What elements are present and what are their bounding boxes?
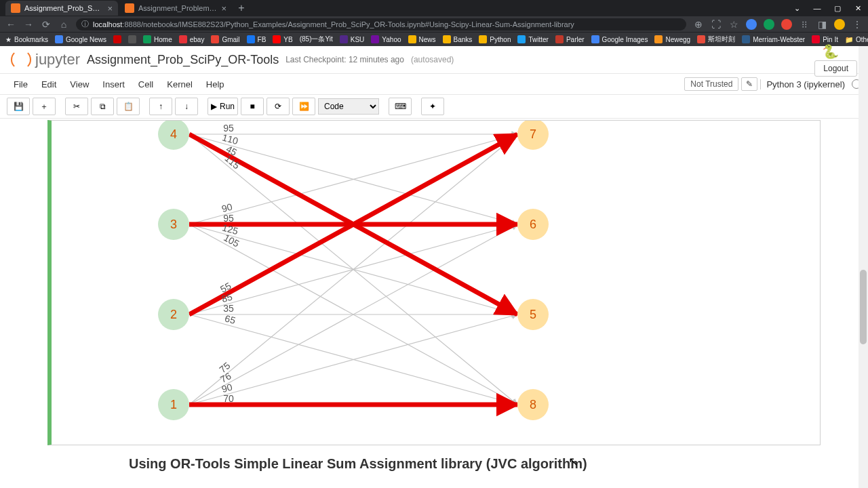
menu-edit[interactable]: Edit	[35, 79, 63, 89]
maximize-icon[interactable]: ▢	[827, 0, 848, 16]
svg-text:5: 5	[530, 308, 536, 321]
bookmark[interactable]: Newegg	[654, 35, 690, 43]
scrollbar-thumb[interactable]	[860, 270, 867, 344]
new-tab-button[interactable]: +	[233, 2, 250, 14]
cut-button[interactable]: ✂	[65, 98, 88, 115]
toolbar: 💾 ＋ ✂ ⧉ 📋 ↑ ↓ ▶Run ■ ⟳ ⏩ Code ⌨ ✦	[0, 95, 868, 119]
fast-forward-button[interactable]: ⏩	[292, 98, 315, 115]
notebook-name[interactable]: Assignment_Prob_SciPy_OR-Tools	[87, 53, 279, 67]
forward-icon[interactable]: →	[23, 19, 34, 30]
bookmark[interactable]: (85)一条Yit	[300, 35, 333, 44]
close-icon[interactable]: ×	[107, 3, 113, 14]
command-palette-button[interactable]: ⌨	[389, 98, 412, 115]
restart-button[interactable]: ⟳	[267, 98, 290, 115]
header-right: 🐍 Logout	[814, 43, 857, 77]
page-scrollbar[interactable]	[859, 46, 868, 488]
stop-button[interactable]: ■	[241, 98, 264, 115]
menu-icon[interactable]: ⋮	[852, 19, 863, 30]
tab-0[interactable]: Assignment_Prob_SciPy_OR-Too… ×	[5, 1, 118, 16]
bookmark[interactable]: ★Bookmarks	[5, 36, 48, 43]
bookmark[interactable]: Twitter	[517, 35, 548, 43]
bookmark[interactable]: KSU	[340, 35, 365, 43]
jupyter-logo[interactable]: jupyter	[11, 49, 80, 70]
url-bar[interactable]: ⓘ localhost :8888/notebooks/IMSE882S23/P…	[76, 18, 686, 30]
svg-text:70: 70	[223, 393, 234, 404]
notebook-container[interactable]: 9511045115909512510555853565757690704321…	[0, 119, 868, 488]
variable-inspector-button[interactable]: ✦	[421, 98, 444, 115]
jupyter-header: jupyter Assignment_Prob_SciPy_OR-Tools L…	[0, 46, 868, 74]
bookmark[interactable]: Python	[479, 35, 511, 43]
menu-kernel[interactable]: Kernel	[160, 79, 199, 89]
jupyter-favicon	[11, 3, 20, 13]
nav-bar: ← → ⟳ ⌂ ⓘ localhost :8888/notebooks/IMSE…	[0, 16, 868, 32]
menu-view[interactable]: View	[63, 79, 96, 89]
bookmark[interactable]: 斯坦时刻	[697, 35, 735, 44]
url-host: localhost	[93, 20, 122, 28]
cell-type-select[interactable]: Code	[318, 98, 379, 115]
bookmark[interactable]: Google News	[55, 35, 106, 43]
svg-text:4: 4	[170, 127, 177, 141]
autosaved-label: (autosaved)	[411, 55, 454, 64]
translate-icon[interactable]: ⛶	[711, 19, 722, 30]
browser-chrome: Assignment_Prob_SciPy_OR-Too… × Assignme…	[0, 0, 868, 46]
back-icon[interactable]: ←	[5, 19, 16, 30]
ext-icon[interactable]	[764, 19, 774, 30]
ext-icon[interactable]	[781, 19, 792, 30]
svg-text:2: 2	[170, 308, 177, 321]
svg-text:3: 3	[170, 218, 177, 231]
bookmark[interactable]: Gmail	[211, 35, 239, 43]
bookmark[interactable]	[113, 35, 121, 43]
tab-0-title: Assignment_Prob_SciPy_OR-Too…	[24, 4, 103, 12]
close-icon[interactable]: ×	[221, 3, 226, 14]
move-down-button[interactable]: ↓	[175, 98, 198, 115]
star-icon[interactable]: ☆	[728, 19, 739, 30]
bookmark[interactable]	[128, 35, 136, 43]
home-icon[interactable]: ⌂	[58, 19, 69, 30]
site-info-icon[interactable]: ⓘ	[81, 19, 89, 29]
paste-button[interactable]: 📋	[117, 98, 140, 115]
profile-icon[interactable]	[834, 19, 845, 30]
bookmark[interactable]: YB	[273, 35, 292, 43]
trust-button[interactable]: Not Trusted	[684, 77, 738, 91]
bookmark[interactable]: Banks	[443, 35, 473, 43]
bookmark[interactable]: Home	[143, 35, 172, 43]
tab-1-title: Assignment_Problem-Hungarian	[138, 4, 217, 12]
insert-cell-button[interactable]: ＋	[33, 98, 56, 115]
logout-button[interactable]: Logout	[814, 60, 857, 77]
svg-text:1: 1	[170, 398, 177, 411]
section-heading: Using OR-Tools Simple Linear Sum Assignm…	[129, 456, 821, 472]
minimize-icon[interactable]: —	[807, 0, 827, 16]
output-cell[interactable]: 9511045115909512510555853565757690704321…	[47, 120, 821, 445]
menu-bar: File Edit View Insert Cell Kernel Help N…	[0, 74, 868, 95]
copy-button[interactable]: ⧉	[91, 98, 114, 115]
bookmark[interactable]: ebay	[179, 35, 205, 43]
menu-file[interactable]: File	[7, 79, 35, 89]
bipartite-graph: 9511045115909512510555853565757690704321…	[52, 121, 796, 443]
checkpoint-label: Last Checkpoint: 12 minutes ago	[285, 55, 404, 64]
run-button[interactable]: ▶Run	[208, 98, 238, 115]
move-up-button[interactable]: ↑	[149, 98, 172, 115]
bookmark[interactable]: Parler	[555, 35, 585, 43]
tab-1[interactable]: Assignment_Problem-Hungarian ×	[119, 1, 232, 16]
bookmark[interactable]: FB	[247, 35, 267, 43]
zoom-icon[interactable]: ⊕	[693, 19, 704, 30]
bookmark[interactable]: Yahoo	[371, 35, 401, 43]
bookmark[interactable]: Google Images	[591, 35, 648, 43]
extensions-icon[interactable]: ⁝⁝	[799, 19, 810, 30]
bookmark[interactable]: News	[408, 35, 436, 43]
menu-insert[interactable]: Insert	[96, 79, 132, 89]
jupyter-logo-text: jupyter	[35, 51, 80, 68]
edit-mode-icon[interactable]: ✎	[741, 77, 757, 91]
save-button[interactable]: 💾	[7, 98, 30, 115]
jupyter-page: jupyter Assignment_Prob_SciPy_OR-Tools L…	[0, 46, 868, 488]
svg-text:7: 7	[530, 127, 536, 141]
kernel-name[interactable]: Python 3 (ipykernel)	[760, 79, 845, 89]
reload-icon[interactable]: ⟳	[41, 19, 52, 30]
close-window-icon[interactable]: ✕	[848, 0, 868, 16]
menu-help[interactable]: Help	[199, 79, 231, 89]
bookmark[interactable]: Merriam-Webster	[742, 35, 805, 43]
menu-cell[interactable]: Cell	[132, 79, 160, 89]
ext-icon[interactable]	[746, 19, 757, 30]
sidepanel-icon[interactable]: ◨	[816, 19, 827, 30]
chevron-down-icon[interactable]: ⌄	[787, 0, 807, 16]
